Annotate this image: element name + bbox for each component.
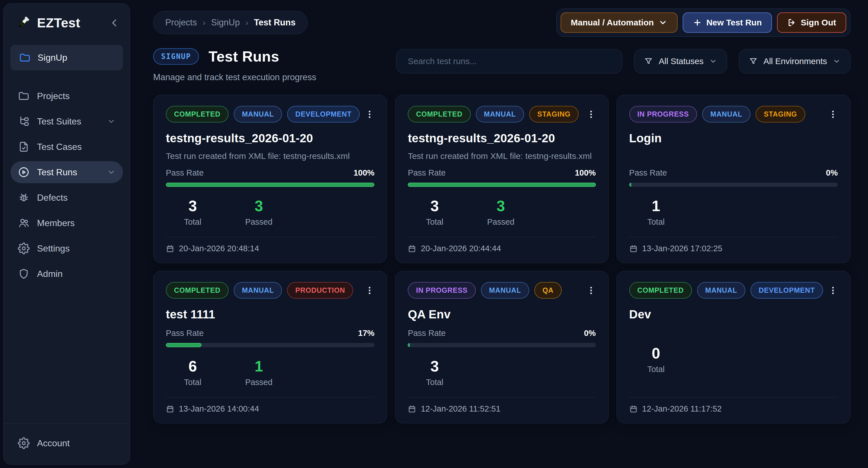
status-badge-completed: COMPLETED xyxy=(166,106,228,123)
sidebar-footer: Account xyxy=(4,424,130,464)
test-run-title: Dev xyxy=(629,308,838,321)
new-test-run-label: New Test Run xyxy=(706,18,762,27)
users-icon xyxy=(18,217,30,229)
filter-all-statuses[interactable]: All Statuses xyxy=(634,49,727,73)
test-run-card[interactable]: COMPLETEDMANUALSTAGING testng-results_20… xyxy=(395,95,608,263)
stats-row: 3Total3Passed xyxy=(408,197,596,227)
project-badge: SIGNUP xyxy=(153,48,199,65)
breadcrumb-item-signup[interactable]: SignUp xyxy=(211,18,240,28)
test-run-card[interactable]: IN PROGRESSMANUALQA QA Env Pass Rate 0% … xyxy=(395,271,608,424)
sidebar-item-admin[interactable]: Admin xyxy=(10,263,123,285)
status-badge-manual: MANUAL xyxy=(234,282,282,299)
pass-rate-label: Pass Rate xyxy=(166,329,204,338)
stat-total: 1Total xyxy=(629,197,683,227)
new-test-run-button[interactable]: New Test Run xyxy=(683,12,772,33)
test-run-date: 20-Jan-2026 20:48:14 xyxy=(179,244,259,253)
stat-total: 3Total xyxy=(166,197,220,227)
filter-label: All Statuses xyxy=(659,57,703,66)
status-badge-development: DEVELOPMENT xyxy=(287,106,360,123)
badge-row: IN PROGRESSMANUALQA xyxy=(408,282,596,299)
stats-row: 0Total xyxy=(629,344,838,374)
sidebar-collapse-button[interactable] xyxy=(110,18,120,28)
pass-rate-value: 17% xyxy=(358,329,374,338)
card-divider xyxy=(408,237,596,237)
status-badge-manual: MANUAL xyxy=(697,282,745,299)
pass-rate-label: Pass Rate xyxy=(408,168,445,177)
card-footer: 20-Jan-2026 20:48:14 xyxy=(166,244,374,253)
status-badge-production: PRODUCTION xyxy=(287,282,353,299)
search-input[interactable] xyxy=(396,49,622,73)
kebab-menu-button[interactable] xyxy=(365,284,374,297)
stat-value: 3 xyxy=(232,197,286,214)
filter-all-environments[interactable]: All Environments xyxy=(739,49,850,73)
sidebar-item-members[interactable]: Members xyxy=(10,212,123,234)
stat-value: 3 xyxy=(474,197,528,214)
stat-label: Passed xyxy=(232,218,286,227)
shield-icon xyxy=(18,268,30,280)
pass-rate-label: Pass Rate xyxy=(166,168,204,177)
sidebar-item-test-suites[interactable]: Test Suites xyxy=(10,110,123,132)
test-run-card[interactable]: IN PROGRESSMANUALSTAGING Login Pass Rate… xyxy=(617,95,850,263)
plus-icon xyxy=(693,18,702,27)
kebab-menu-button[interactable] xyxy=(586,108,596,121)
sidebar-item-test-runs[interactable]: Test Runs xyxy=(10,161,123,183)
kebab-menu-button[interactable] xyxy=(828,284,838,297)
sidebar-item-settings[interactable]: Settings xyxy=(10,237,123,259)
badge-row: COMPLETEDMANUALDEVELOPMENT xyxy=(166,106,374,123)
logout-icon xyxy=(787,18,796,27)
badge-row: COMPLETEDMANUALDEVELOPMENT xyxy=(629,282,838,299)
pass-rate-section: Pass Rate 100% xyxy=(166,168,374,187)
card-footer: 20-Jan-2026 20:44:44 xyxy=(408,244,596,253)
test-run-card[interactable]: COMPLETEDMANUALPRODUCTION test 1111 Pass… xyxy=(153,271,387,424)
sidebar-item-projects[interactable]: Projects xyxy=(10,85,123,107)
kebab-menu-button[interactable] xyxy=(586,284,596,297)
sidebar-item-account[interactable]: Account xyxy=(15,433,118,453)
test-run-date: 12-Jan-2026 11:52:51 xyxy=(421,404,500,413)
breadcrumb-separator: › xyxy=(203,18,206,27)
test-runs-grid: COMPLETEDMANUALDEVELOPMENT testng-result… xyxy=(153,95,850,424)
status-badge-manual: MANUAL xyxy=(702,106,750,123)
sidebar-item-test-cases[interactable]: Test Cases xyxy=(10,136,123,158)
list-controls: All Statuses All Environments xyxy=(396,49,850,73)
card-footer: 13-Jan-2026 14:00:44 xyxy=(166,404,374,413)
pass-rate-section: Pass Rate 17% xyxy=(166,329,374,347)
calendar-icon xyxy=(408,405,416,413)
stat-value: 3 xyxy=(166,197,220,214)
pass-rate-value: 100% xyxy=(575,168,596,177)
card-divider xyxy=(629,237,838,237)
calendar-icon xyxy=(166,405,174,413)
badge-row: COMPLETEDMANUALPRODUCTION xyxy=(166,282,374,299)
sidebar: EZTest SignUp Projects Test Suites Test … xyxy=(3,3,130,465)
card-footer: 13-Jan-2026 17:02:25 xyxy=(629,244,838,253)
play-circle-icon xyxy=(18,166,30,178)
breadcrumb-item-test-runs[interactable]: Test Runs xyxy=(254,18,296,28)
stat-label: Total xyxy=(629,365,683,374)
stats-row: 6Total1Passed xyxy=(166,357,374,387)
chevron-down-icon xyxy=(107,168,116,176)
stat-value: 0 xyxy=(629,344,683,362)
gear-icon xyxy=(18,242,30,254)
top-bar: Projects›SignUp›Test Runs Manual / Autom… xyxy=(153,8,850,37)
chevron-down-icon xyxy=(107,117,116,126)
folder-icon xyxy=(18,90,30,102)
status-badge-completed: COMPLETED xyxy=(629,282,692,299)
breadcrumb-item-projects[interactable]: Projects xyxy=(165,18,197,28)
hierarchy-icon xyxy=(18,115,30,127)
filter-label: All Environments xyxy=(764,57,827,66)
stat-total: 3Total xyxy=(408,197,461,227)
kebab-menu-button[interactable] xyxy=(365,108,374,121)
sidebar-item-signup-project[interactable]: SignUp xyxy=(10,45,123,70)
card-footer: 12-Jan-2026 11:52:51 xyxy=(408,404,596,413)
test-run-card[interactable]: COMPLETEDMANUALDEVELOPMENT Dev 0Total 12… xyxy=(617,271,850,424)
sign-out-button[interactable]: Sign Out xyxy=(777,12,846,33)
bug-icon xyxy=(18,192,30,203)
card-footer: 12-Jan-2026 11:17:52 xyxy=(629,404,838,413)
chevron-down-icon xyxy=(833,57,841,65)
sidebar-item-defects[interactable]: Defects xyxy=(10,187,123,209)
mode-dropdown-button[interactable]: Manual / Automation xyxy=(561,12,678,33)
page-title: Test Runs xyxy=(209,48,279,65)
stats-row: 3Total xyxy=(408,357,596,387)
test-run-card[interactable]: COMPLETEDMANUALDEVELOPMENT testng-result… xyxy=(153,95,387,263)
kebab-menu-button[interactable] xyxy=(828,108,838,121)
test-run-title: testng-results_2026-01-20 xyxy=(166,132,374,145)
